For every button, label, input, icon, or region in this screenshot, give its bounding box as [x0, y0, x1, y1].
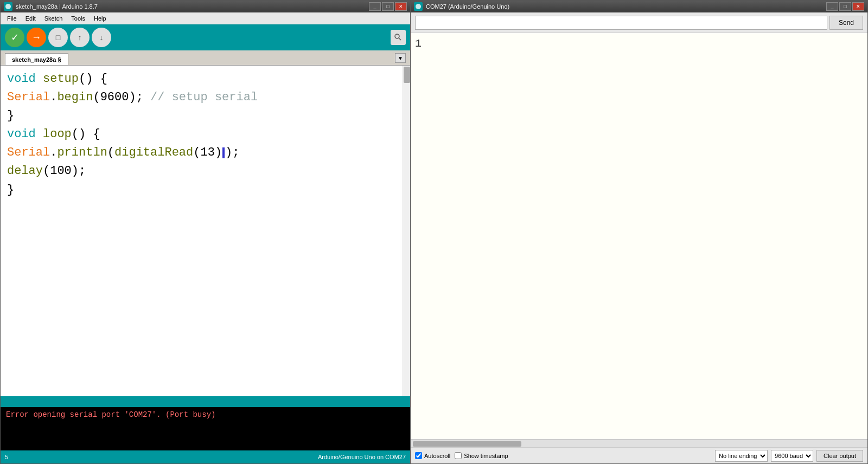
- serial-close-button[interactable]: ✕: [852, 2, 864, 11]
- close-button[interactable]: ✕: [395, 2, 407, 11]
- code-editor[interactable]: void setup() { Serial.begin(9600); // se…: [1, 66, 403, 396]
- menu-help[interactable]: Help: [90, 14, 111, 23]
- upload-button[interactable]: →: [27, 28, 46, 47]
- serial-input-row: Send: [411, 12, 867, 33]
- menu-tools[interactable]: Tools: [67, 14, 90, 23]
- serial-title-left: COM27 (Arduino/Genuino Uno): [414, 2, 509, 11]
- svg-point-0: [5, 4, 11, 9]
- toolbar: ✓ → □ ↑ ↓: [1, 24, 410, 50]
- window-controls: _ □ ✕: [369, 2, 407, 11]
- search-button[interactable]: [391, 30, 406, 45]
- show-timestamp-checkbox-label[interactable]: Show timestamp: [455, 452, 508, 459]
- serial-maximize-button[interactable]: □: [839, 2, 851, 11]
- new-button[interactable]: □: [48, 28, 68, 47]
- serial-window-controls: _ □ ✕: [826, 2, 864, 11]
- code-area: void setup() { Serial.begin(9600); // se…: [1, 66, 410, 396]
- active-tab[interactable]: sketch_may28a §: [5, 53, 68, 65]
- h-scrollbar-thumb[interactable]: [413, 441, 521, 447]
- arduino-icon: [4, 2, 12, 11]
- arduino-title-bar: sketch_may28a | Arduino 1.8.7 _ □ ✕: [1, 1, 410, 12]
- autoscroll-checkbox[interactable]: [415, 452, 422, 459]
- autoscroll-label: Autoscroll: [424, 453, 450, 459]
- autoscroll-checkbox-label[interactable]: Autoscroll: [415, 452, 450, 459]
- menu-bar: File Edit Sketch Tools Help: [1, 12, 410, 24]
- serial-bottom-bar: Autoscroll Show timestamp No line ending…: [411, 447, 867, 463]
- maximize-button[interactable]: □: [382, 2, 394, 11]
- arduino-title-text: sketch_may28a | Arduino 1.8.7: [16, 3, 98, 10]
- verify-button[interactable]: ✓: [5, 28, 24, 47]
- line-count: 5: [5, 454, 8, 460]
- serial-bottom-left: Autoscroll Show timestamp: [415, 452, 508, 459]
- serial-title-text: COM27 (Arduino/Genuino Uno): [426, 3, 509, 10]
- arduino-ide-window: sketch_may28a | Arduino 1.8.7 _ □ ✕ File…: [0, 0, 411, 464]
- vertical-scrollbar[interactable]: [403, 66, 410, 396]
- board-port-status: Arduino/Genuino Uno on COM27: [318, 454, 406, 460]
- error-message: Error opening serial port 'COM27'. (Port…: [6, 410, 405, 419]
- serial-output-area: 1: [411, 33, 867, 440]
- menu-file[interactable]: File: [3, 14, 21, 23]
- serial-icon: [414, 2, 423, 11]
- line-ending-select[interactable]: No line ending: [715, 450, 768, 462]
- status-divider-bar: [1, 396, 410, 407]
- serial-bottom-right: No line ending 9600 baud Clear output: [715, 450, 863, 462]
- tabs-bar: sketch_may28a § ▼: [1, 50, 410, 66]
- svg-point-1: [395, 34, 399, 38]
- toolbar-buttons: ✓ → □ ↑ ↓: [5, 28, 111, 47]
- tabs-dropdown-button[interactable]: ▼: [395, 53, 406, 63]
- desktop: sketch_may28a | Arduino 1.8.7 _ □ ✕ File…: [0, 0, 868, 464]
- tabs-dropdown: ▼: [395, 53, 406, 63]
- open-button[interactable]: ↑: [70, 28, 90, 47]
- serial-title-bar: COM27 (Arduino/Genuino Uno) _ □ ✕: [411, 1, 867, 12]
- console-area: Error opening serial port 'COM27'. (Port…: [1, 407, 410, 450]
- show-timestamp-checkbox[interactable]: [455, 452, 462, 459]
- clear-output-button[interactable]: Clear output: [816, 450, 863, 462]
- tab-label: sketch_may28a §: [12, 56, 61, 63]
- show-timestamp-label: Show timestamp: [464, 453, 508, 459]
- svg-line-2: [399, 38, 401, 41]
- title-bar-left: sketch_may28a | Arduino 1.8.7: [4, 2, 98, 11]
- serial-monitor-window: COM27 (Arduino/Genuino Uno) _ □ ✕ Send 1: [411, 0, 868, 464]
- menu-sketch[interactable]: Sketch: [40, 14, 67, 23]
- bottom-status-bar: 5 Arduino/Genuino Uno on COM27: [1, 450, 410, 463]
- serial-input-field[interactable]: [415, 16, 827, 30]
- menu-edit[interactable]: Edit: [21, 14, 40, 23]
- scrollbar-thumb[interactable]: [404, 67, 410, 83]
- serial-minimize-button[interactable]: _: [826, 2, 838, 11]
- svg-point-3: [416, 4, 421, 9]
- serial-output-line: 1: [415, 37, 422, 50]
- horizontal-scrollbar[interactable]: [411, 440, 867, 447]
- baud-rate-select[interactable]: 9600 baud: [771, 450, 813, 462]
- minimize-button[interactable]: _: [369, 2, 381, 11]
- save-button[interactable]: ↓: [92, 28, 111, 47]
- send-button[interactable]: Send: [829, 16, 863, 30]
